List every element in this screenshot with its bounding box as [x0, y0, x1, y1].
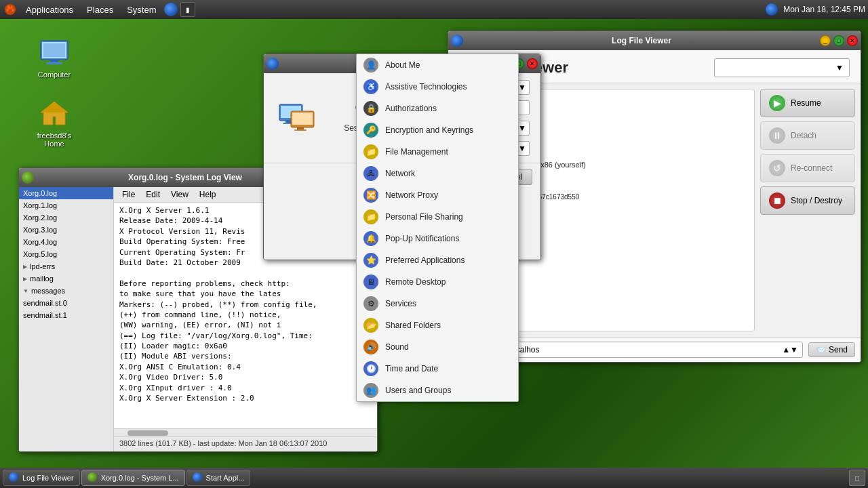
close-icon: ✕: [530, 60, 535, 67]
stop-destroy-button[interactable]: ⏹ Stop / Destroy: [760, 186, 855, 215]
stop-icon: ⏹: [769, 192, 785, 209]
menu-item-personal-file-sharing[interactable]: 📁Personal File Sharing: [357, 206, 518, 228]
taskbar: Log File Viewer Xorg.0.log - System L...…: [0, 468, 868, 488]
lfv-globe-icon: [451, 35, 463, 47]
gnome-icon: [3, 2, 18, 17]
menu-label-remote-desktop: Remote Desktop: [385, 277, 511, 287]
menu-item-network[interactable]: 🖧Network: [357, 163, 518, 184]
menu-label-about-me: About Me: [385, 60, 511, 70]
log-sidebar-item[interactable]: sendmail.st.0: [19, 297, 113, 309]
menu-label-assistive-tech: Assistive Technologies: [385, 82, 511, 92]
send-button[interactable]: 📨 Send: [808, 342, 855, 357]
log-sidebar-item[interactable]: Xorg.0.log: [19, 187, 113, 199]
terminal-button[interactable]: ▮: [180, 2, 195, 17]
svg-rect-17: [292, 113, 313, 125]
log-horizontal-scrollbar[interactable]: [114, 428, 377, 436]
log-sidebar-item-mail[interactable]: maillog: [19, 272, 113, 285]
resume-icon: ▶: [769, 95, 785, 111]
start-app-close[interactable]: ✕: [527, 58, 538, 69]
menu-label-popup-notifications: Pop-Up Notifications: [385, 234, 511, 243]
start-app-menu-overlay: 👤About Me♿Assistive Technologies🔒Authori…: [356, 54, 519, 402]
menu-item-authorizations[interactable]: 🔒Authorizations: [357, 98, 518, 119]
applications-menu[interactable]: Applications: [20, 3, 79, 16]
menu-item-encryption[interactable]: 🔑Encryption and Keyrings: [357, 119, 518, 141]
menu-item-time-date[interactable]: 🕐Time and Date: [357, 358, 518, 380]
menu-item-services[interactable]: ⚙Services: [357, 293, 518, 314]
taskbar-xorg-log[interactable]: Xorg.0.log - System L...: [81, 470, 185, 486]
log-menu-view[interactable]: View: [165, 188, 194, 201]
menu-label-network-proxy: Network Proxy: [385, 190, 511, 200]
log-sidebar-item[interactable]: Xorg.5.log: [19, 248, 113, 260]
lfv-close-button[interactable]: ✕: [847, 35, 858, 46]
lfv-maximize-button[interactable]: □: [833, 35, 844, 46]
home-folder-label: freebsd8's Home: [30, 131, 79, 148]
lfv-minimize-button[interactable]: _: [820, 35, 831, 46]
menu-item-sound[interactable]: 🔊Sound: [357, 336, 518, 358]
menu-item-users-groups[interactable]: 👥Users and Groups: [357, 380, 518, 401]
start-app-globe-icon: [267, 58, 279, 70]
menu-label-personal-file-sharing: Personal File Sharing: [385, 212, 511, 222]
log-sidebar-item-lpd[interactable]: lpd-errs: [19, 260, 113, 272]
reconnect-button: ↺ Re-connect: [760, 154, 855, 182]
menu-item-about-me[interactable]: 👤About Me: [357, 54, 518, 76]
screen-arrow: ▼: [518, 144, 526, 153]
home-folder-icon[interactable]: freebsd8's Home: [27, 95, 81, 150]
menu-item-shared-folders[interactable]: 📂Shared Folders: [357, 314, 518, 336]
lfv-dropdown-arrow: ▼: [835, 63, 844, 73]
menu-label-time-date: Time and Date: [385, 364, 511, 373]
log-viewer-globe-icon: [22, 171, 34, 184]
log-menu-edit[interactable]: Edit: [140, 188, 165, 201]
log-sidebar-item-messages[interactable]: messages: [19, 285, 113, 297]
detach-button: ⏸ Detach: [760, 121, 855, 150]
menu-icon-remote-desktop: 🖥: [363, 274, 378, 289]
log-menu-help[interactable]: Help: [194, 188, 222, 201]
svg-rect-19: [294, 129, 307, 131]
menu-icon-file-management: 📁: [363, 144, 378, 159]
taskbar-lfv-label: Log File Viewer: [22, 474, 74, 482]
category-arrow: ▼: [518, 83, 526, 92]
show-desktop-icon: □: [855, 474, 859, 482]
menu-icon-network: 🖧: [363, 166, 378, 181]
svg-marker-11: [41, 102, 68, 113]
send-label: Send: [829, 345, 848, 354]
lfv-log-dropdown[interactable]: ▼: [714, 58, 850, 77]
scrollbar-thumb[interactable]: [127, 430, 168, 436]
taskbar-start-icon: [193, 472, 203, 483]
taskbar-xorg-icon: [87, 472, 98, 483]
computer-icon-img: [38, 37, 71, 69]
svg-rect-9: [43, 43, 65, 57]
log-sidebar-item[interactable]: Xorg.3.log: [19, 224, 113, 236]
menu-item-remote-desktop[interactable]: 🖥Remote Desktop: [357, 271, 518, 293]
svg-rect-7: [50, 60, 58, 62]
terminal-icon: ▮: [186, 6, 190, 14]
log-menu-file[interactable]: File: [117, 188, 140, 201]
places-menu[interactable]: Places: [81, 3, 119, 16]
menu-icon-about-me: 👤: [363, 58, 378, 73]
taskbar-start-app[interactable]: Start Appl...: [186, 470, 251, 486]
log-sidebar-item[interactable]: sendmail.st.1: [19, 309, 113, 321]
svg-point-0: [5, 4, 16, 15]
log-sidebar-item[interactable]: Xorg.2.log: [19, 211, 113, 224]
menu-item-preferred-apps[interactable]: ⭐Preferred Applications: [357, 249, 518, 271]
menu-item-file-management[interactable]: 📁File Management: [357, 141, 518, 163]
menu-label-shared-folders: Shared Folders: [385, 321, 511, 330]
home-folder-icon-img: [38, 98, 71, 130]
close-icon: ✕: [850, 37, 855, 44]
taskbar-log-file-viewer[interactable]: Log File Viewer: [3, 470, 80, 486]
show-desktop-button[interactable]: □: [849, 470, 865, 486]
menu-icon-shared-folders: 📂: [363, 318, 378, 333]
send-icon: 📨: [816, 345, 826, 354]
resume-button[interactable]: ▶ Resume: [760, 89, 855, 117]
log-sidebar-item[interactable]: Xorg.1.log: [19, 199, 113, 211]
top-panel-left: Applications Places System ▮: [3, 2, 195, 17]
svg-rect-8: [46, 62, 62, 64]
menu-item-network-proxy[interactable]: 🔀Network Proxy: [357, 184, 518, 206]
lfv-titlebar: Log File Viewer _ □ ✕: [448, 31, 861, 50]
log-sidebar-item[interactable]: Xorg.4.log: [19, 236, 113, 248]
menu-item-assistive-tech[interactable]: ♿Assistive Technologies: [357, 76, 518, 98]
computer-icon[interactable]: Computer: [27, 34, 81, 81]
menu-icon-time-date: 🕐: [363, 361, 378, 376]
system-menu[interactable]: System: [121, 3, 161, 16]
globe-icon[interactable]: [164, 3, 178, 16]
menu-item-popup-notifications[interactable]: 🔔Pop-Up Notifications: [357, 228, 518, 249]
